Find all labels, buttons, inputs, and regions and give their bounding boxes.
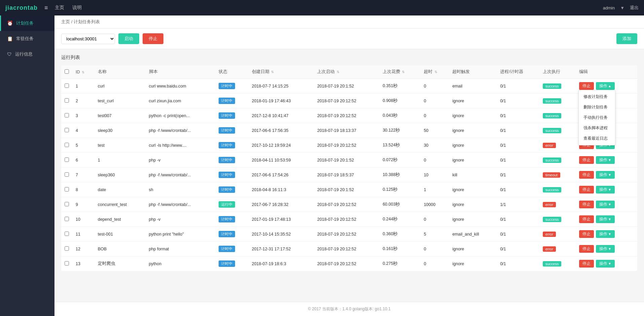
table-row: 1 curl curl www.baidu.com 计时中 2018-07-7 …: [61, 79, 637, 94]
row-last-start: 2018-07-19 20:1:52: [314, 182, 379, 197]
row-process: 0/1: [497, 108, 539, 123]
row-checkbox-cell: [61, 94, 72, 108]
nav-home[interactable]: 主页: [55, 5, 64, 11]
dropdown-item[interactable]: 手动执行任务: [579, 112, 615, 123]
ops-button[interactable]: 操作 ▼: [596, 156, 615, 164]
breadcrumb-home[interactable]: 主页: [61, 19, 70, 24]
row-checkbox[interactable]: [65, 98, 69, 103]
nav-docs[interactable]: 说明: [72, 5, 82, 11]
row-script: php -f /www/crontab/...: [146, 197, 215, 212]
row-checkbox[interactable]: [65, 83, 69, 88]
row-ops: 停止 操作 ▼: [576, 227, 637, 242]
row-process: 0/1: [497, 212, 539, 227]
dropdown-item[interactable]: 强杀脚本进程: [579, 123, 615, 133]
stop-task-button[interactable]: 停止: [579, 215, 594, 223]
logout-button[interactable]: 退出: [630, 5, 639, 11]
row-timeout: 5: [420, 227, 449, 242]
sidebar-item-resident-task[interactable]: 📋 常驻任务: [0, 31, 54, 46]
ops-button[interactable]: 操作 ▼: [596, 230, 615, 238]
row-status: 运行中: [215, 197, 249, 212]
row-created: 2017-06-7 16:28:32: [249, 197, 314, 212]
row-timeout: 10: [420, 168, 449, 182]
exec-badge: timeout: [543, 172, 560, 178]
table-row: 12 BOB php format 计时中 2017-12-31 17:17:5…: [61, 242, 637, 256]
row-id: 12: [72, 242, 94, 256]
row-status: 计时中: [215, 182, 249, 197]
stop-task-button[interactable]: 停止: [579, 245, 594, 253]
dropdown-item[interactable]: 修改计划任务: [579, 92, 615, 102]
dropdown-item[interactable]: 查看最近日志: [579, 133, 615, 144]
row-checkbox[interactable]: [65, 246, 69, 251]
row-last-start: 2018-07-19 18:5:37: [314, 168, 379, 182]
stop-task-button[interactable]: 停止: [579, 230, 594, 238]
row-checkbox[interactable]: [65, 217, 69, 221]
row-last-start: 2018-07-19 20:12:52: [314, 108, 379, 123]
row-timeout-trigger: ignore: [449, 94, 497, 108]
ops-button[interactable]: 操作 ▲: [596, 82, 615, 90]
th-timeout-trigger: 超时触发: [449, 65, 497, 79]
breadcrumb-separator: /: [71, 19, 74, 24]
row-timeout: 0: [420, 212, 449, 227]
ops-button[interactable]: 操作 ▼: [596, 201, 615, 208]
row-checkbox[interactable]: [65, 143, 69, 147]
main: 主页 / 计划任务列表 localhost:30001 启动 停止 添加 运行列…: [54, 15, 644, 316]
row-checkbox[interactable]: [65, 128, 69, 132]
row-last-cost: 60.003秒: [379, 197, 420, 212]
row-last-start: 2018-07-19 20:12:52: [314, 227, 379, 242]
hamburger-icon[interactable]: ≡: [44, 4, 48, 11]
row-checkbox[interactable]: [65, 202, 69, 206]
stop-task-button[interactable]: 停止: [579, 82, 594, 90]
sidebar-item-run-info[interactable]: 🛡 运行信息: [0, 46, 54, 62]
row-last-exec: success: [539, 153, 576, 168]
sidebar-item-plan-task[interactable]: ⏰ 计划任务: [0, 15, 54, 31]
start-button[interactable]: 启动: [118, 33, 139, 44]
stop-task-button[interactable]: 停止: [579, 186, 594, 194]
row-checkbox[interactable]: [65, 187, 69, 191]
row-last-exec: success: [539, 94, 576, 108]
stop-task-button[interactable]: 停止: [579, 156, 594, 164]
row-checkbox[interactable]: [65, 232, 69, 236]
row-checkbox[interactable]: [65, 113, 69, 117]
stop-task-button[interactable]: 停止: [579, 201, 594, 208]
row-timeout-trigger: ignore: [449, 153, 497, 168]
server-select[interactable]: localhost:30001: [61, 34, 115, 44]
exec-badge: success: [543, 83, 562, 89]
row-id: 11: [72, 227, 94, 242]
row-process: 0/1: [497, 79, 539, 94]
ops-cell: 停止 操作 ▼: [579, 260, 634, 268]
user-menu[interactable]: admin: [603, 5, 615, 10]
row-name: sleep360: [94, 168, 146, 182]
stop-task-button[interactable]: 停止: [579, 260, 594, 268]
row-checkbox[interactable]: [65, 157, 69, 162]
exec-badge: error: [543, 202, 556, 207]
stop-task-button[interactable]: 停止: [579, 171, 594, 179]
ops-button[interactable]: 操作 ▼: [596, 260, 615, 268]
ops-button[interactable]: 操作 ▼: [596, 245, 615, 253]
layout: ⏰ 计划任务 📋 常驻任务 🛡 运行信息 主页 / 计划任务列表 localho…: [0, 15, 644, 316]
add-button[interactable]: 添加: [616, 33, 637, 44]
row-id: 7: [72, 168, 94, 182]
row-process: 0/1: [497, 182, 539, 197]
row-ops: 停止 操作 ▲ 修改计划任务删除计划任务手动执行任务强杀脚本进程查看最近日志: [576, 79, 637, 94]
row-checkbox-cell: [61, 153, 72, 168]
row-created: 2017-06-6 17:56:35: [249, 123, 314, 138]
dropdown-item[interactable]: 删除计划任务: [579, 102, 615, 112]
row-name: 定时爬虫: [94, 256, 146, 271]
row-status: 计时中: [215, 212, 249, 227]
row-id: 1: [72, 79, 94, 94]
row-name: test_curl: [94, 94, 146, 108]
row-checkbox[interactable]: [65, 261, 69, 266]
ops-button[interactable]: 操作 ▼: [596, 215, 615, 223]
row-script: php -f /www/crontab/...: [146, 168, 215, 182]
ops-button[interactable]: 操作 ▼: [596, 171, 615, 179]
select-all-checkbox[interactable]: [65, 69, 69, 74]
ops-button[interactable]: 操作 ▼: [596, 186, 615, 194]
row-last-exec: success: [539, 256, 576, 271]
exec-badge: success: [543, 128, 562, 133]
row-process: 0/1: [497, 168, 539, 182]
th-process: 进程/计时器: [497, 65, 539, 79]
stop-button[interactable]: 停止: [143, 33, 163, 44]
row-checkbox[interactable]: [65, 172, 69, 177]
footer: © 2017 当前版本：1.4.0 golang版本: go1.10.1: [54, 302, 644, 316]
exec-badge: success: [543, 261, 562, 267]
